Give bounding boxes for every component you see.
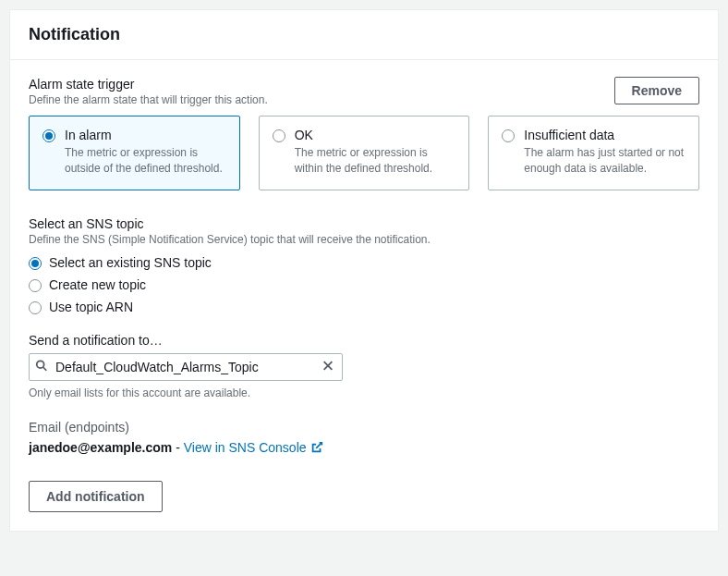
radio-icon xyxy=(29,301,42,314)
email-line: janedoe@example.com - View in SNS Consol… xyxy=(29,440,699,455)
external-link-icon xyxy=(310,441,323,454)
trigger-desc: Define the alarm state that will trigger… xyxy=(29,93,268,106)
sns-option-existing[interactable]: Select an existing SNS topic xyxy=(29,255,699,270)
radio-icon xyxy=(502,129,515,142)
add-notification-button[interactable]: Add notification xyxy=(29,481,163,512)
email-sep: - xyxy=(172,440,183,455)
send-hint: Only email lists for this account are av… xyxy=(29,386,699,399)
notification-panel: Notification Alarm state trigger Define … xyxy=(9,9,719,532)
tile-title: In alarm xyxy=(65,128,226,142)
remove-button[interactable]: Remove xyxy=(614,77,699,104)
trigger-header-text: Alarm state trigger Define the alarm sta… xyxy=(29,77,268,106)
radio-label: Use topic ARN xyxy=(49,300,133,314)
email-label: Email (endpoints) xyxy=(29,420,699,435)
trigger-header-row: Alarm state trigger Define the alarm sta… xyxy=(29,77,699,106)
trigger-option-ok[interactable]: OK The metric or expression is within th… xyxy=(259,116,470,190)
panel-title: Notification xyxy=(29,25,699,44)
view-sns-console-link[interactable]: View in SNS Console xyxy=(184,440,323,455)
radio-icon xyxy=(29,279,42,292)
panel-header: Notification xyxy=(10,10,718,60)
radio-label: Select an existing SNS topic xyxy=(49,255,212,270)
sns-title: Select an SNS topic xyxy=(29,216,699,231)
trigger-title: Alarm state trigger xyxy=(29,77,268,92)
topic-input-wrap xyxy=(29,353,343,381)
radio-icon xyxy=(42,129,55,142)
send-label: Send a notification to… xyxy=(29,333,699,348)
tile-desc: The metric or expression is within the d… xyxy=(295,145,456,177)
panel-body: Alarm state trigger Define the alarm sta… xyxy=(10,60,718,531)
radio-icon xyxy=(29,257,42,270)
sns-option-arn[interactable]: Use topic ARN xyxy=(29,300,699,314)
sns-section: Select an SNS topic Define the SNS (Simp… xyxy=(29,216,699,314)
sns-option-create[interactable]: Create new topic xyxy=(29,277,699,292)
clear-icon[interactable] xyxy=(320,357,336,376)
email-address: janedoe@example.com xyxy=(29,440,172,455)
tile-desc: The alarm has just started or not enough… xyxy=(524,145,686,177)
svg-line-4 xyxy=(316,442,322,447)
radio-label: Create new topic xyxy=(49,277,146,292)
trigger-options: In alarm The metric or expression is out… xyxy=(29,116,699,190)
trigger-option-insufficient-data[interactable]: Insufficient data The alarm has just sta… xyxy=(488,116,699,190)
radio-icon xyxy=(273,129,285,142)
sns-radio-list: Select an existing SNS topic Create new … xyxy=(29,255,699,314)
trigger-option-in-alarm[interactable]: In alarm The metric or expression is out… xyxy=(29,116,240,190)
tile-title: OK xyxy=(295,128,456,142)
tile-desc: The metric or expression is outside of t… xyxy=(65,145,226,177)
tile-title: Insufficient data xyxy=(524,128,686,142)
sns-desc: Define the SNS (Simple Notification Serv… xyxy=(29,233,699,246)
topic-input[interactable] xyxy=(29,353,343,381)
